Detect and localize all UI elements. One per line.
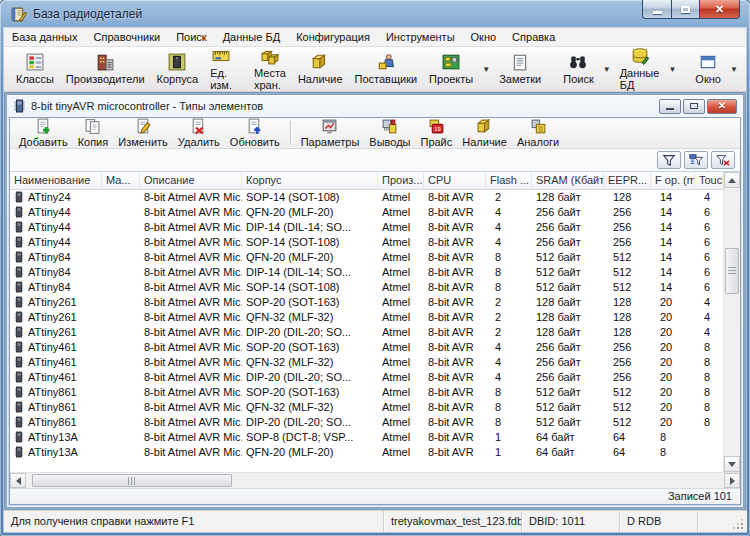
table-row[interactable]: ATtiny4618-bit Atmel AVR Mic...QFN-32 (M… xyxy=(10,355,723,370)
search-button-dropdown-arrow[interactable]: ▼ xyxy=(600,65,614,74)
edit-button[interactable]: Изменить xyxy=(113,118,173,148)
filter-button[interactable] xyxy=(657,151,681,169)
menu-item-0[interactable]: База данных xyxy=(4,28,86,46)
child-close-button[interactable]: ✕ xyxy=(707,99,737,114)
projects-button[interactable]: Проекты xyxy=(423,48,479,90)
packages-button[interactable]: Корпуса xyxy=(151,48,205,90)
search-button[interactable]: Поиск xyxy=(557,48,599,90)
suppliers-button[interactable]: Поставщики xyxy=(349,48,424,90)
window-button-dropdown-arrow[interactable]: ▼ xyxy=(727,65,741,74)
add-button[interactable]: Добавить xyxy=(14,118,73,148)
scroll-left-button[interactable] xyxy=(10,473,26,488)
price-button[interactable]: 19Прайс xyxy=(415,118,457,148)
resize-grip-icon[interactable] xyxy=(741,527,743,529)
menu-item-4[interactable]: Конфигурация xyxy=(288,28,378,46)
column-header-name[interactable]: Наименование xyxy=(10,172,102,189)
suppliers-button-group: Поставщики xyxy=(349,48,424,90)
cell-marking xyxy=(102,415,140,430)
table-row[interactable]: ATtiny13A8-bit Atmel AVR Mic...SOP-8 (DC… xyxy=(10,430,723,445)
vertical-scroll-thumb[interactable] xyxy=(725,248,739,294)
column-header-fop[interactable]: F op. (m... xyxy=(651,172,695,189)
copy-button[interactable]: Копия xyxy=(73,118,114,148)
classes-button[interactable]: Классы xyxy=(10,48,60,90)
parameters-button[interactable]: Параметры xyxy=(296,118,365,148)
projects-button-dropdown-arrow[interactable]: ▼ xyxy=(479,65,493,74)
column-header-description[interactable]: Описание xyxy=(140,172,242,189)
refresh-button[interactable]: Обновить xyxy=(225,118,285,148)
table-row[interactable]: ATtiny248-bit Atmel AVR Mic...SOP-14 (SO… xyxy=(10,190,723,205)
column-header-flash[interactable]: Flash ... xyxy=(486,172,532,189)
horizontal-scroll-thumb[interactable] xyxy=(32,474,232,487)
table-row[interactable]: ATtiny4618-bit Atmel AVR Mic...DIP-20 (D… xyxy=(10,370,723,385)
column-header-sram[interactable]: SRAM (Кбайт) xyxy=(532,172,604,189)
scroll-up-button[interactable] xyxy=(724,172,740,188)
menu-item-5[interactable]: Инструменты xyxy=(378,28,463,46)
table-row[interactable]: ATtiny4618-bit Atmel AVR Mic...SOP-20 (S… xyxy=(10,340,723,355)
delete-button[interactable]: Удалить xyxy=(173,118,225,148)
pinout-button[interactable]: Выводы xyxy=(364,118,415,148)
database-data-button[interactable]: Данные БД xyxy=(614,48,666,90)
scroll-down-button[interactable] xyxy=(724,456,740,472)
storage-places-button[interactable]: Места хран. xyxy=(248,48,292,90)
menu-item-1[interactable]: Справочники xyxy=(86,28,169,46)
menu-item-2[interactable]: Поиск xyxy=(168,28,214,46)
cell-manufacturer: Atmel xyxy=(378,235,424,250)
availability-button[interactable]: Наличие xyxy=(457,118,512,148)
table-row[interactable]: ATtiny448-bit Atmel AVR Mic...DIP-14 (DI… xyxy=(10,220,723,235)
table-row[interactable]: ATtiny8618-bit Atmel AVR Mic...QFN-32 (M… xyxy=(10,400,723,415)
cell-fop: 20 xyxy=(651,355,695,370)
menu-item-6[interactable]: Окно xyxy=(463,28,505,46)
filter-custom-button[interactable] xyxy=(684,151,708,169)
table-row[interactable]: ATtiny13A8-bit Atmel AVR Mic...QFN-20 (M… xyxy=(10,445,723,460)
main-titlebar: База радиодеталей xyxy=(0,0,750,28)
table-row[interactable]: ATtiny448-bit Atmel AVR Mic...SOP-14 (SO… xyxy=(10,235,723,250)
units-button[interactable]: Ед. изм. xyxy=(204,48,238,90)
horizontal-scrollbar[interactable] xyxy=(10,472,740,488)
table-row[interactable]: ATtiny848-bit Atmel AVR Mic...QFN-20 (ML… xyxy=(10,250,723,265)
analogs-button[interactable]: Аналоги xyxy=(512,118,564,148)
table-row[interactable]: ATtiny448-bit Atmel AVR Mic...QFN-20 (ML… xyxy=(10,205,723,220)
table-row[interactable]: ATtiny8618-bit Atmel AVR Mic...SOP-20 (S… xyxy=(10,385,723,400)
menu-item-7[interactable]: Справка xyxy=(504,28,563,46)
cell-eeprom: 256 xyxy=(604,370,651,385)
window-button[interactable]: Окно xyxy=(689,48,727,90)
minimize-button[interactable] xyxy=(642,0,671,19)
vertical-scrollbar[interactable] xyxy=(723,172,740,472)
table-row[interactable]: ATtiny8618-bit Atmel AVR Mic...DIP-20 (D… xyxy=(10,415,723,430)
table-row[interactable]: ATtiny2618-bit Atmel AVR Mic...SOP-20 (S… xyxy=(10,295,723,310)
close-button[interactable]: ✕ xyxy=(699,0,740,19)
table-row[interactable]: ATtiny2618-bit Atmel AVR Mic...QFN-32 (M… xyxy=(10,310,723,325)
add-button-group: Добавить xyxy=(14,118,73,148)
cell-flash: 8 xyxy=(486,265,532,280)
database-data-button-dropdown-arrow[interactable]: ▼ xyxy=(665,65,679,74)
table-row[interactable]: ATtiny848-bit Atmel AVR Mic...DIP-14 (DI… xyxy=(10,265,723,280)
column-header-marking[interactable]: Ма... xyxy=(102,172,140,189)
cell-name-text: ATtiny44 xyxy=(28,221,71,233)
notes-button[interactable]: Заметки xyxy=(493,48,547,90)
chip-icon xyxy=(14,236,24,248)
manufacturers-button[interactable]: Производители xyxy=(60,48,151,90)
column-header-cpu[interactable]: CPU xyxy=(424,172,486,189)
filter-clear-button[interactable] xyxy=(711,151,735,169)
cell-name-text: ATtiny84 xyxy=(28,266,71,278)
cell-fop: 20 xyxy=(651,415,695,430)
column-header-package[interactable]: Корпус xyxy=(242,172,378,189)
column-header-eeprom[interactable]: EEPR... xyxy=(604,172,651,189)
scroll-right-button[interactable] xyxy=(724,473,740,488)
copy-icon xyxy=(84,118,101,135)
cell-fop: 14 xyxy=(651,280,695,295)
mdi-area: 8-bit tinyAVR microcontroller - Типы эле… xyxy=(4,92,746,510)
child-restore-button[interactable] xyxy=(683,99,705,114)
cell-manufacturer: Atmel xyxy=(378,295,424,310)
child-minimize-button[interactable] xyxy=(659,99,681,114)
table-row[interactable]: ATtiny2618-bit Atmel AVR Mic...DIP-20 (D… xyxy=(10,325,723,340)
column-header-manufacturer[interactable]: Произ... xyxy=(378,172,424,189)
menu-item-3[interactable]: Данные БД xyxy=(215,28,288,46)
cell-marking xyxy=(102,295,140,310)
stock-button[interactable]: Наличие xyxy=(292,48,349,90)
cell-manufacturer: Atmel xyxy=(378,430,424,445)
cell-sram: 256 байт xyxy=(532,355,604,370)
table-row[interactable]: ATtiny848-bit Atmel AVR Mic...SOP-14 (SO… xyxy=(10,280,723,295)
maximize-button[interactable] xyxy=(671,0,699,19)
cell-eeprom: 256 xyxy=(604,235,651,250)
